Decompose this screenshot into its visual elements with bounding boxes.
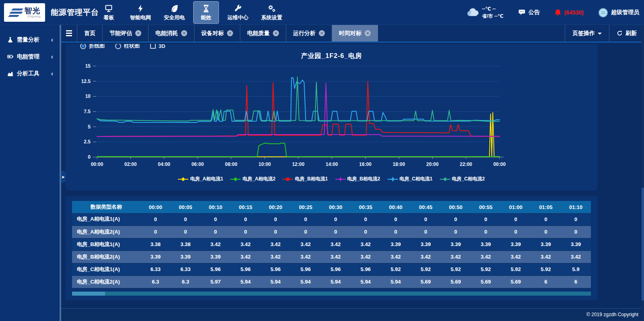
tab-close-icon[interactable]: ×	[273, 30, 279, 36]
value-cell: 6.3	[140, 275, 171, 288]
svg-text:14:00: 14:00	[326, 162, 338, 167]
tab-energy-consumption[interactable]: 电能消耗×	[149, 25, 194, 41]
value-cell: 0	[140, 213, 171, 226]
tab-close-icon[interactable]: ×	[135, 30, 141, 36]
leaf-icon	[170, 4, 179, 13]
legend-item-b2[interactable]: 电房_B相电流2	[335, 176, 380, 182]
tab-close-icon[interactable]: ×	[181, 30, 187, 36]
value-cell: 0	[411, 213, 441, 226]
radio-icon[interactable]	[115, 44, 121, 49]
checkbox-icon[interactable]	[150, 44, 156, 49]
value-cell: 0	[381, 226, 411, 238]
tab-home[interactable]: 首页	[77, 25, 103, 41]
value-cell: 0	[561, 213, 591, 226]
legend-label: 电房_A相电流1	[190, 176, 223, 182]
tab-label: 设备对标	[201, 30, 224, 37]
column-header: 00:50	[441, 201, 471, 213]
value-cell: 3.39	[531, 238, 561, 251]
weather-temp: --℃ --	[482, 5, 504, 12]
value-cell: 6.33	[171, 263, 201, 275]
value-cell: 5.92	[531, 263, 561, 275]
sidebar-item-analysis-tools[interactable]: 分析工具‹	[0, 65, 60, 82]
value-cell: 3.38	[171, 238, 201, 251]
column-header: 01:10	[561, 201, 591, 213]
tab-energy-eval[interactable]: 节能评估×	[103, 25, 149, 41]
bell-icon	[554, 9, 561, 16]
weather-widget: --℃ -- 省/市 --℃	[466, 5, 504, 20]
alarm-button[interactable]: (64530)	[554, 9, 584, 16]
value-cell: 0	[260, 213, 291, 226]
tab-operations-button[interactable]: 页签操作	[565, 25, 609, 41]
sidebar-item-energy-mgmt[interactable]: 电能管理‹	[0, 48, 60, 65]
svg-text:00:00: 00:00	[91, 162, 103, 167]
user-name: 超级管理员	[611, 9, 639, 16]
tab-close-icon[interactable]: ×	[227, 30, 233, 36]
scrollbar-thumb[interactable]	[72, 292, 105, 296]
tab-menu-button[interactable]	[61, 25, 77, 41]
value-cell: 5.94	[231, 275, 261, 288]
nav-item-smart-grid[interactable]: 智能电网	[126, 1, 155, 24]
legend-item-a2[interactable]: 电房_A相电流2	[230, 176, 275, 182]
legend-item-a1[interactable]: 电房_A相电流1	[178, 176, 223, 182]
value-cell: 3.42	[291, 238, 321, 251]
value-cell: 5.94	[351, 275, 381, 288]
line-chart: 02.557.51012.51500:0002:0004:0006:0008:0…	[66, 60, 597, 174]
tab-power-quality[interactable]: 电能质量×	[240, 25, 286, 41]
svg-text:20:00: 20:00	[426, 162, 439, 167]
legend-marker-icon	[283, 177, 293, 182]
logo-text-cn: 智光	[25, 7, 41, 14]
control-label: 柱状图	[124, 44, 140, 50]
weather-city: 省/市 --℃	[482, 12, 504, 20]
value-cell: 5.96	[231, 263, 261, 275]
monitor-icon	[104, 4, 113, 13]
tab-close-icon[interactable]: ×	[365, 30, 371, 36]
legend-item-c1[interactable]: 电房_C相电流1	[388, 176, 433, 182]
company-logo: 智光 Zhiguang	[4, 3, 45, 22]
nav-item-label: 看板	[103, 14, 114, 21]
value-cell: 3.42	[441, 251, 471, 263]
nav-item-ops-center[interactable]: 运维中心	[223, 1, 253, 24]
table-row: 电房_C相电流2(A)6.36.35.975.945.945.945.945.9…	[72, 275, 591, 288]
hamburger-icon	[66, 30, 72, 36]
tab-time-benchmark[interactable]: 时间对标×	[332, 25, 378, 41]
legend-item-c2[interactable]: 电房_C相电流2	[440, 176, 485, 182]
svg-text:08:00: 08:00	[225, 162, 237, 167]
value-cell: 3.42	[411, 251, 441, 263]
tab-operation-analysis[interactable]: 运行分析×	[286, 25, 332, 41]
value-cell: 0	[291, 213, 321, 226]
legend-item-b1[interactable]: 电房_B相电流1	[283, 176, 328, 182]
nav-item-dashboard[interactable]: 看板	[96, 1, 122, 24]
svg-text:15: 15	[85, 63, 91, 69]
legend-label: 电房_B相电流1	[295, 176, 328, 182]
caret-down-icon	[598, 33, 602, 35]
table-horizontal-scrollbar[interactable]	[72, 292, 591, 296]
tab-device-benchmark[interactable]: 设备对标×	[194, 25, 240, 41]
chart-control-bar-chart-option[interactable]: 柱状图	[115, 44, 140, 50]
value-cell: 0	[531, 213, 561, 226]
header-right: --℃ -- 省/市 --℃ 公告 (64530) 超级管理员	[466, 0, 639, 25]
announcement-button[interactable]: 公告	[518, 9, 540, 16]
value-cell: 5.69	[471, 275, 501, 288]
chevron-left-icon: ‹	[51, 53, 53, 60]
radio-icon[interactable]	[80, 44, 86, 49]
row-name-cell: 电房_B相电流2(A)	[72, 251, 140, 263]
nav-item-safe-power[interactable]: 安全用电	[159, 1, 189, 24]
column-header: 00:00	[140, 201, 171, 213]
chart-control-line-chart-option[interactable]: 折线图	[80, 44, 105, 50]
table-header-row: 数据类型名称00:0000:0500:1000:1500:2000:2500:3…	[72, 201, 591, 213]
nav-item-energy-efficiency[interactable]: 能效	[193, 1, 219, 24]
nav-item-system-settings[interactable]: 系统设置	[257, 1, 287, 24]
value-cell: 3.39	[471, 238, 501, 251]
user-menu[interactable]: 超级管理员	[598, 8, 639, 18]
chart-control-3d-option[interactable]: 3D	[150, 44, 165, 49]
page-vertical-scrollbar[interactable]	[642, 25, 644, 321]
refresh-button[interactable]: 刷新	[609, 25, 644, 41]
value-cell: 3.42	[321, 251, 351, 263]
value-cell: 3.42	[351, 238, 381, 251]
tab-label: 节能评估	[109, 30, 132, 37]
page-scrollbar-thumb[interactable]	[642, 188, 644, 300]
sidebar-item-demand-analysis[interactable]: 需量分析‹	[0, 31, 60, 48]
tab-close-icon[interactable]: ×	[319, 30, 325, 36]
value-cell: 3.39	[441, 238, 471, 251]
sidebar-collapse-handle[interactable]: ▶	[61, 171, 66, 183]
